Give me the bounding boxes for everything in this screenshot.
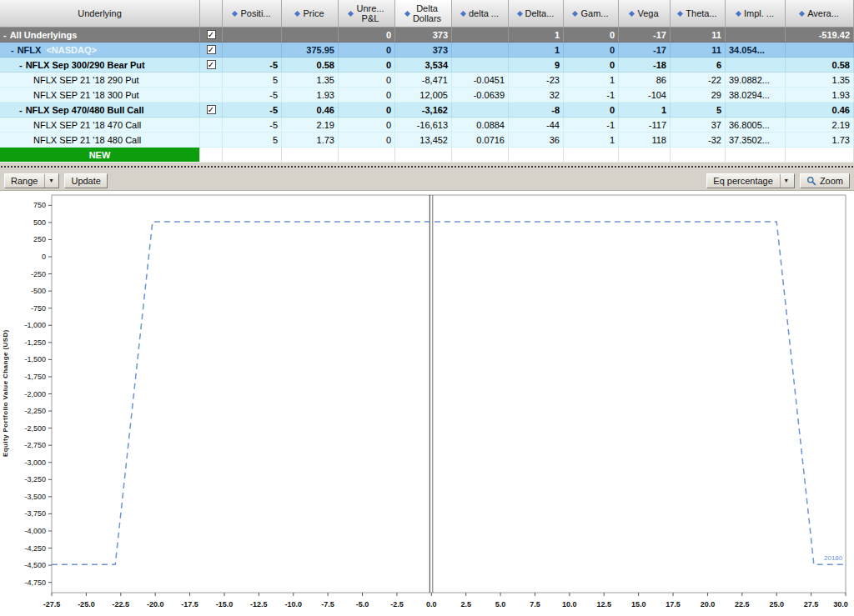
column-header-vega[interactable]: Vega xyxy=(619,0,671,27)
y-tick-label: -2,500 xyxy=(24,424,46,433)
x-tick-label: -20.0 xyxy=(147,600,164,608)
table-row-3[interactable]: NFLX SEP 21 '18 290 Put51.350-8,471-0.04… xyxy=(0,73,854,88)
underlying-label: NFLX SEP 21 '18 470 Call xyxy=(33,120,141,130)
x-tick-label: 15.0 xyxy=(631,600,646,608)
collapse-indicator[interactable]: - xyxy=(19,105,23,115)
x-tick-label: -7.5 xyxy=(321,600,334,608)
cell-delta: 1 xyxy=(509,43,564,58)
y-tick-label: 750 xyxy=(33,201,46,209)
cell-price xyxy=(282,148,339,163)
underlying-label: NFLX Sep 470/480 Bull Call xyxy=(26,105,144,115)
underlying-label: NFLX SEP 21 '18 480 Call xyxy=(33,135,141,145)
column-header-label: Impl. ... xyxy=(744,8,774,18)
cell-average: 1.93 xyxy=(786,88,854,103)
underlying-label: NFLX xyxy=(18,45,42,55)
options-analysis-app: UnderlyingPositi...PriceUnre... P&LDelta… xyxy=(0,0,854,616)
cell-delta-dollars: 3,534 xyxy=(395,58,452,73)
underlying-cell: -NFLX Sep 300/290 Bear Put xyxy=(0,58,200,73)
y-tick-label: -1,500 xyxy=(24,355,46,363)
table-row-1[interactable]: -NFLX<NASDAQ>✓375.95037310-171134.054... xyxy=(0,43,854,58)
cell-delta: 1 xyxy=(509,28,564,43)
cell-theta: -22 xyxy=(671,73,726,88)
column-header-label: Price xyxy=(303,8,324,18)
cell-position: -5 xyxy=(223,118,282,133)
cell-delta-dollars: 373 xyxy=(395,28,452,43)
column-header-impl-vol[interactable]: Impl. ... xyxy=(726,0,786,27)
y-tick-label: 0 xyxy=(42,253,46,261)
underlying-cell: -NFLX<NASDAQ> xyxy=(0,43,200,58)
table-row-7[interactable]: NFLX SEP 21 '18 480 Call51.73013,4520.07… xyxy=(0,133,854,148)
underlying-cell: NFLX SEP 21 '18 290 Put xyxy=(0,73,200,88)
cell-delta-dollars: -8,471 xyxy=(395,73,452,88)
column-header-position[interactable]: Positi... xyxy=(223,0,282,27)
sort-diamond-icon xyxy=(629,10,635,16)
collapse-indicator[interactable]: - xyxy=(3,30,7,40)
cell-impl-vol xyxy=(726,28,786,43)
collapse-indicator[interactable]: - xyxy=(19,60,23,70)
zoom-label: Zoom xyxy=(820,176,843,186)
select-cell: ✓ xyxy=(200,58,223,73)
column-header-underlying[interactable]: Underlying xyxy=(0,0,200,27)
row-checkbox[interactable]: ✓ xyxy=(207,30,216,39)
plot-area[interactable] xyxy=(52,195,846,593)
table-row-new[interactable]: NEW xyxy=(0,148,854,163)
chart-toolbar: Range ▾ Update Eq percentage ▾ Zoom xyxy=(0,171,854,191)
table-row-2[interactable]: -NFLX Sep 300/290 Bear Put✓-50.5803,5349… xyxy=(0,58,854,73)
column-header-delta-lower[interactable]: delta ... xyxy=(452,0,509,27)
row-checkbox[interactable]: ✓ xyxy=(207,105,216,114)
cell-impl-vol xyxy=(726,148,786,163)
underlying-cell: NFLX SEP 21 '18 300 Put xyxy=(0,88,200,103)
y-tick-label: -3,250 xyxy=(24,475,46,483)
cell-theta: 6 xyxy=(671,58,726,73)
table-row-5[interactable]: -NFLX Sep 470/480 Bull Call✓-50.460-3,16… xyxy=(0,103,854,118)
select-cell: ✓ xyxy=(200,28,223,43)
cell-gamma: -1 xyxy=(564,118,619,133)
toolbar-left-group: Range ▾ Update xyxy=(4,173,108,188)
pane-splitter[interactable] xyxy=(0,163,854,171)
table-row-6[interactable]: NFLX SEP 21 '18 470 Call-52.190-16,6130.… xyxy=(0,118,854,133)
series-label: 20180 xyxy=(824,554,843,562)
cell-gamma: 1 xyxy=(564,73,619,88)
cell-unrealized-pl: 0 xyxy=(339,73,395,88)
column-header-label: Positi... xyxy=(240,8,270,18)
cell-vega: -117 xyxy=(619,118,671,133)
column-header-theta[interactable]: Theta... xyxy=(671,0,726,27)
cell-delta-dollars xyxy=(395,148,452,163)
table-row-0[interactable]: -All Underlyings✓037310-1711-519.42 xyxy=(0,28,854,43)
cell-gamma xyxy=(564,148,619,163)
column-header-select[interactable] xyxy=(200,0,223,27)
cell-delta xyxy=(509,148,564,163)
cell-vega: -17 xyxy=(619,43,671,58)
collapse-indicator[interactable]: - xyxy=(11,45,14,55)
cell-impl-vol: 37.3502... xyxy=(726,133,786,148)
select-cell xyxy=(200,73,223,88)
range-dropdown[interactable]: Range ▾ xyxy=(4,173,59,188)
sort-diamond-icon xyxy=(404,10,410,16)
y-tick-label: -1,750 xyxy=(24,373,46,381)
column-header-gamma[interactable]: Gam... xyxy=(564,0,619,27)
update-button[interactable]: Update xyxy=(64,173,107,188)
table-row-4[interactable]: NFLX SEP 21 '18 300 Put-51.93012,005-0.0… xyxy=(0,88,854,103)
x-tick-label: 10.0 xyxy=(562,600,577,608)
y-tick-label: -1,000 xyxy=(24,321,46,329)
column-header-delta[interactable]: Delta... xyxy=(509,0,564,27)
row-checkbox[interactable]: ✓ xyxy=(207,60,216,69)
cell-theta: -32 xyxy=(671,133,726,148)
eq-percentage-dropdown[interactable]: Eq percentage ▾ xyxy=(706,173,795,188)
cell-vega: 1 xyxy=(619,103,671,118)
column-header-unrealized-pl[interactable]: Unre... P&L xyxy=(339,0,395,27)
column-header-delta-dollars[interactable]: Delta Dollars xyxy=(395,0,452,27)
range-label: Range xyxy=(11,176,38,186)
column-header-label: Avera... xyxy=(807,8,839,18)
x-tick-label: -22.5 xyxy=(113,600,130,608)
row-checkbox[interactable]: ✓ xyxy=(207,45,216,54)
column-header-label: Vega xyxy=(637,8,658,18)
cell-price: 1.93 xyxy=(282,88,339,103)
x-tick-label: -25.0 xyxy=(78,600,95,608)
column-header-price[interactable]: Price xyxy=(282,0,339,27)
zoom-button[interactable]: Zoom xyxy=(800,173,850,188)
cell-position: -5 xyxy=(223,58,282,73)
column-header-average[interactable]: Avera... xyxy=(786,0,854,27)
cell-delta: 32 xyxy=(509,88,564,103)
cell-position: -5 xyxy=(223,88,282,103)
